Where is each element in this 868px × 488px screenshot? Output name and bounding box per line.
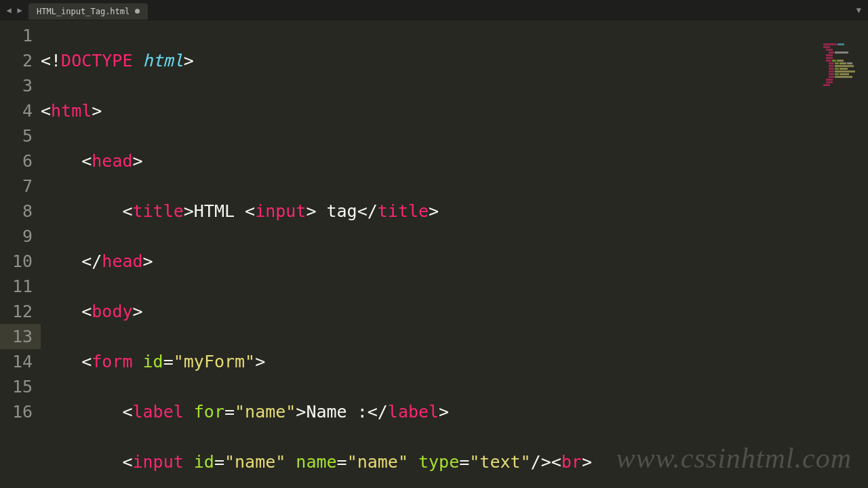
code-line: </head> [41, 249, 868, 274]
code-line: <form id="myForm"> [41, 349, 868, 374]
code-area[interactable]: <!DOCTYPE html> <html> <head> <title>HTM… [41, 20, 868, 488]
code-line: <html> [41, 98, 868, 123]
editor[interactable]: 1 2 3 4 5 6 7 8 9 10 11 12 13 14 15 16 <… [0, 20, 868, 488]
tab-dropdown-icon[interactable]: ▼ [850, 5, 868, 15]
code-line: <title>HTML <input> tag</title> [41, 199, 868, 224]
tab-bar: ◀ ▶ HTML_input_Tag.html ▼ [0, 0, 868, 20]
line-number-gutter: 1 2 3 4 5 6 7 8 9 10 11 12 13 14 15 16 [0, 20, 41, 488]
nav-forward-icon[interactable]: ▶ [15, 5, 24, 15]
tab-filename: HTML_input_Tag.html [37, 7, 130, 16]
code-line: <!DOCTYPE html> [41, 48, 868, 73]
file-tab[interactable]: HTML_input_Tag.html [28, 3, 148, 20]
nav-arrows: ◀ ▶ [0, 5, 28, 15]
code-line: <label for="name">Name :</label> [41, 399, 868, 424]
code-line: <input id="name" name="name" type="text"… [41, 449, 868, 474]
code-line: <body> [41, 299, 868, 324]
dirty-indicator-icon [135, 9, 140, 14]
code-line: <head> [41, 148, 868, 174]
nav-back-icon[interactable]: ◀ [4, 5, 14, 15]
